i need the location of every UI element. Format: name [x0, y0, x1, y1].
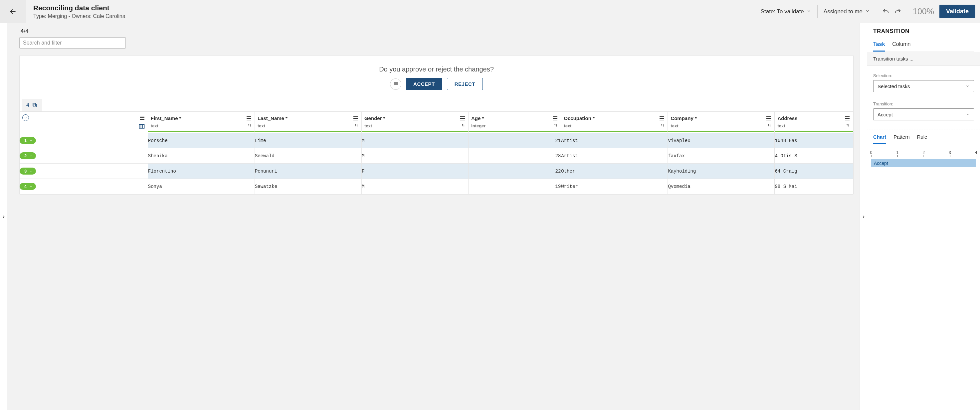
- cell[interactable]: faxfax: [668, 148, 775, 164]
- column-menu-icon[interactable]: [353, 116, 359, 121]
- cell[interactable]: Kayholding: [668, 164, 775, 179]
- cell[interactable]: Sawatzke: [255, 179, 361, 194]
- column-menu-icon[interactable]: [246, 116, 252, 121]
- tab-column[interactable]: Column: [892, 40, 910, 52]
- chart-bar: Accept: [871, 159, 976, 167]
- cell[interactable]: M: [361, 148, 468, 164]
- cell[interactable]: Other: [561, 164, 668, 179]
- cell[interactable]: Seewald: [255, 148, 361, 164]
- column-menu-icon[interactable]: [460, 116, 466, 121]
- cell[interactable]: Porsche: [148, 133, 255, 148]
- row-pill[interactable]: 3: [20, 168, 36, 174]
- cell[interactable]: Artist: [561, 148, 668, 164]
- column-type: text: [258, 123, 265, 128]
- row-number: 3: [24, 169, 27, 174]
- column-header: Last_Name *text: [255, 112, 361, 133]
- validate-button[interactable]: Validate: [939, 5, 975, 18]
- transition-select[interactable]: Accept: [873, 108, 974, 120]
- expand-all-button[interactable]: [22, 114, 29, 121]
- cell[interactable]: 19: [469, 179, 561, 194]
- row-pill[interactable]: 2: [20, 152, 36, 159]
- sort-icon[interactable]: [554, 123, 558, 129]
- header-titles: Reconciling data client Type: Merging - …: [26, 4, 755, 19]
- chart-bars: Accept: [871, 159, 976, 167]
- cell[interactable]: Penunuri: [255, 164, 361, 179]
- column-chooser-button[interactable]: [138, 123, 145, 131]
- redo-icon[interactable]: [894, 8, 902, 15]
- column-type: text: [564, 123, 571, 128]
- transition-label: Transition:: [873, 101, 974, 106]
- sort-icon[interactable]: [846, 123, 850, 129]
- cell[interactable]: Florentino: [148, 164, 255, 179]
- table-row[interactable]: 3FlorentinoPenunuriF22OtherKayholding64 …: [20, 164, 853, 179]
- cell[interactable]: 1648 Eas: [775, 133, 853, 148]
- cell[interactable]: M: [361, 179, 468, 194]
- cell[interactable]: Writer: [561, 179, 668, 194]
- cell[interactable]: Lime: [255, 133, 361, 148]
- back-button[interactable]: [0, 0, 26, 23]
- row-pill[interactable]: 1: [20, 137, 36, 144]
- left-rail-expand[interactable]: [0, 23, 7, 410]
- chart-tabs: Chart Pattern Rule: [867, 129, 980, 144]
- table-row[interactable]: 2ShenikaSeewaldM28Artistfaxfax4 Otis S: [20, 148, 853, 164]
- cell[interactable]: vivaplex: [668, 133, 775, 148]
- cell[interactable]: Qvomedia: [668, 179, 775, 194]
- column-menu-icon[interactable]: [552, 116, 558, 121]
- chevron-down-icon: [966, 84, 970, 88]
- column-menu-icon[interactable]: [766, 116, 772, 121]
- cell[interactable]: 22: [469, 164, 561, 179]
- state-filter[interactable]: State: To validate: [755, 5, 817, 18]
- comment-button[interactable]: [390, 79, 401, 90]
- cell[interactable]: 64 Craig: [775, 164, 853, 179]
- sort-icon[interactable]: [660, 123, 665, 129]
- cell[interactable]: Shenika: [148, 148, 255, 164]
- data-table: First_Name *textLast_Name *textGender *t…: [20, 112, 853, 194]
- cell[interactable]: M: [361, 133, 468, 148]
- chart-tab-chart[interactable]: Chart: [873, 133, 886, 144]
- selection-value: Selected tasks: [878, 84, 910, 89]
- sort-icon[interactable]: [247, 123, 252, 129]
- assigned-filter[interactable]: Assigned to me: [817, 5, 876, 18]
- row-menu-icon[interactable]: [139, 115, 145, 120]
- undo-redo-group: [876, 5, 907, 18]
- chart-tab-rule[interactable]: Rule: [917, 133, 928, 144]
- column-name: Age *: [471, 116, 484, 121]
- review-card: Do you approve or reject the changes? AC…: [19, 55, 854, 195]
- table-row[interactable]: 1PorscheLimeM21Artistvivaplex1648 Eas: [20, 133, 853, 148]
- accept-button[interactable]: ACCEPT: [406, 78, 442, 90]
- column-menu-icon[interactable]: [844, 116, 850, 121]
- selection-select[interactable]: Selected tasks: [873, 80, 974, 92]
- transition-panel: TRANSITION Task Column Transition tasks …: [867, 23, 980, 410]
- cell[interactable]: 21: [469, 133, 561, 148]
- reject-button[interactable]: REJECT: [447, 78, 483, 90]
- arrow-left-icon: [9, 7, 17, 16]
- cell[interactable]: 28: [469, 148, 561, 164]
- cell[interactable]: 98 S Mai: [775, 179, 853, 194]
- table-row[interactable]: 4SonyaSawatzkeM19WriterQvomedia98 S Mai: [20, 179, 853, 194]
- cell[interactable]: F: [361, 164, 468, 179]
- cell[interactable]: 4 Otis S: [775, 148, 853, 164]
- chevron-down-icon: [29, 154, 33, 158]
- cell[interactable]: Sonya: [148, 179, 255, 194]
- header-right: State: To validate Assigned to me 100% V…: [755, 5, 980, 18]
- row-count-tab[interactable]: 4: [22, 99, 42, 111]
- row-pill[interactable]: 4: [20, 183, 36, 190]
- column-header: Occupation *text: [561, 112, 668, 133]
- chart-axis: 01234: [871, 150, 976, 158]
- sort-icon[interactable]: [767, 123, 772, 129]
- tab-task[interactable]: Task: [873, 40, 885, 52]
- column-menu-icon[interactable]: [659, 116, 665, 121]
- column-name: Gender *: [364, 116, 385, 121]
- column-type: text: [777, 123, 785, 128]
- chart-tab-pattern[interactable]: Pattern: [894, 133, 910, 144]
- sort-icon[interactable]: [461, 123, 466, 129]
- cell[interactable]: Artist: [561, 133, 668, 148]
- undo-icon[interactable]: [882, 8, 889, 15]
- row-count-value: 4: [26, 102, 29, 108]
- sort-icon[interactable]: [354, 123, 359, 129]
- search-input[interactable]: [19, 37, 126, 49]
- transition-subhead: Transition tasks ...: [867, 52, 980, 66]
- right-rail-collapse[interactable]: [859, 23, 867, 410]
- column-name: Address: [777, 116, 797, 121]
- zoom-level: 100%: [907, 7, 939, 16]
